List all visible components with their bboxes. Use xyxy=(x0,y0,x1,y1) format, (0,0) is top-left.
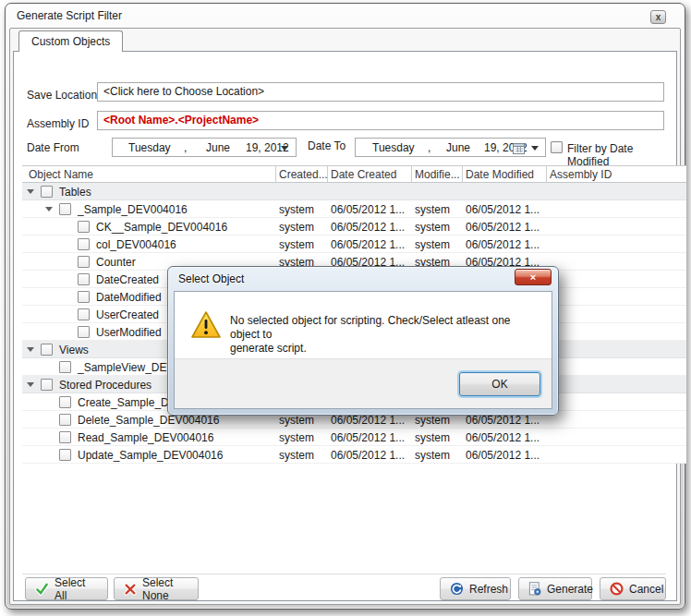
row-checkbox[interactable] xyxy=(78,273,90,285)
cancel-label: Cancel xyxy=(629,583,663,596)
row-checkbox[interactable] xyxy=(59,414,71,426)
table-cell: 06/05/2012 1... xyxy=(331,203,405,216)
object-name: Delete_Sample_DEV004016 xyxy=(78,414,219,427)
date-from-picker[interactable]: Tuesday , June 19, 2012 xyxy=(112,138,297,157)
date-to-dropdown-icon[interactable] xyxy=(531,146,539,151)
dialog-message: No selected object for scripting. Check/… xyxy=(230,314,539,356)
table-cell: system xyxy=(279,221,314,234)
table-cell: 06/05/2012 1... xyxy=(331,414,405,427)
assembly-id-label: Assembly ID xyxy=(27,117,89,130)
column-assembly-id[interactable]: Assembly ID xyxy=(550,168,612,181)
ok-button[interactable]: OK xyxy=(459,372,540,396)
refresh-label: Refresh xyxy=(469,583,508,596)
table-cell: 06/05/2012 1... xyxy=(331,449,405,462)
dialog-close-icon[interactable]: × xyxy=(515,269,552,285)
table-row[interactable]: Read_Sample_DEV004016system06/05/2012 1.… xyxy=(22,429,686,446)
refresh-button[interactable]: Refresh xyxy=(440,577,511,600)
tab-custom-objects[interactable]: Custom Objects xyxy=(18,30,123,52)
row-checkbox[interactable] xyxy=(59,449,71,461)
row-checkbox[interactable] xyxy=(41,379,53,391)
row-checkbox[interactable] xyxy=(59,396,71,408)
date-from-dropdown-icon[interactable] xyxy=(281,146,288,151)
row-checkbox[interactable] xyxy=(78,238,90,250)
row-checkbox[interactable] xyxy=(78,308,90,320)
dialog-body: No selected object for scripting. Check/… xyxy=(174,291,552,409)
expander-icon[interactable] xyxy=(27,189,34,194)
column-date-modified[interactable]: Date Modified xyxy=(466,168,534,181)
table-cell: system xyxy=(279,414,314,427)
object-name: UserCreated xyxy=(96,308,159,321)
column-object-name[interactable]: Object Name xyxy=(29,168,93,181)
save-location-label: Save Location xyxy=(27,89,97,102)
table-cell: 06/05/2012 1... xyxy=(331,431,405,444)
select-none-label: Select None xyxy=(142,576,188,602)
table-row[interactable]: Tables xyxy=(22,183,686,200)
row-checkbox[interactable] xyxy=(59,203,71,215)
row-checkbox[interactable] xyxy=(78,291,90,303)
date-from-day[interactable]: Tuesday xyxy=(128,141,171,154)
calendar-icon[interactable] xyxy=(513,142,525,154)
date-to-label: Date To xyxy=(308,139,346,152)
table-row[interactable]: Update_Sample_DEV004016system06/05/2012 … xyxy=(22,446,686,464)
table-cell: 06/05/2012 1... xyxy=(466,449,539,462)
date-from-month[interactable]: June xyxy=(206,141,230,154)
table-cell: 06/05/2012 1... xyxy=(466,431,539,444)
date-from-label: Date From xyxy=(27,141,79,154)
cancel-button[interactable]: Cancel xyxy=(600,577,666,600)
expander-icon[interactable] xyxy=(45,207,53,211)
assembly-id-input[interactable]: <Root Name>.<ProjectName> xyxy=(97,111,664,130)
row-checkbox[interactable] xyxy=(41,344,53,356)
table-cell: system xyxy=(415,414,450,427)
column-date-created[interactable]: Date Created xyxy=(331,168,396,181)
table-cell: system xyxy=(279,431,314,444)
screen: Generate Script Filter x Custom Objects … xyxy=(0,0,691,616)
table-cell: system xyxy=(279,203,314,216)
date-to-month[interactable]: June xyxy=(446,141,470,154)
dialog-title: Select Object xyxy=(178,272,244,285)
table-row[interactable]: CK__Sample_DEV004016system06/05/2012 1..… xyxy=(22,218,686,236)
table-cell: 06/05/2012 1... xyxy=(466,221,539,234)
date-to-picker[interactable]: Tuesday , June 19, 2012 xyxy=(355,138,546,157)
dialog-message-line2: generate script. xyxy=(230,342,539,356)
table-row[interactable]: col_DEV004016system06/05/2012 1...system… xyxy=(22,236,686,253)
table-cell: 06/05/2012 1... xyxy=(466,203,539,216)
table-row[interactable]: _Sample_DEV004016system06/05/2012 1...sy… xyxy=(22,200,686,218)
select-object-dialog: Select Object × No selected object for s… xyxy=(167,266,559,416)
column-created-by[interactable]: Created... xyxy=(279,168,328,181)
table-header: Object Name Created... Date Created Modi… xyxy=(22,166,686,183)
row-checkbox[interactable] xyxy=(59,431,71,443)
expander-icon[interactable] xyxy=(27,347,34,352)
row-checkbox[interactable] xyxy=(78,326,90,338)
x-icon xyxy=(124,583,137,596)
column-modified-by[interactable]: Modifie... xyxy=(415,168,460,181)
table-cell: system xyxy=(279,238,314,251)
select-all-label: Select All xyxy=(55,576,98,602)
object-name: Update_Sample_DEV004016 xyxy=(78,449,223,462)
row-checkbox[interactable] xyxy=(78,221,90,233)
date-to-day[interactable]: Tuesday xyxy=(372,141,415,154)
object-name: CK__Sample_DEV004016 xyxy=(96,221,227,234)
object-name: Tables xyxy=(59,186,91,199)
row-checkbox[interactable] xyxy=(41,186,53,198)
table-cell: system xyxy=(279,449,314,462)
table-cell: 06/05/2012 1... xyxy=(331,238,405,251)
expander-icon[interactable] xyxy=(27,382,34,387)
generate-button[interactable]: Generate xyxy=(518,577,592,600)
window-titlebar[interactable]: Generate Script Filter x xyxy=(6,4,685,28)
window-title: Generate Script Filter xyxy=(17,9,122,22)
select-none-button[interactable]: Select None xyxy=(114,577,199,600)
save-location-input[interactable]: <Click here to Choose Location> xyxy=(97,82,664,102)
cancel-icon xyxy=(610,582,624,596)
dialog-footer: OK xyxy=(175,358,552,408)
generate-label: Generate xyxy=(547,583,593,596)
row-checkbox[interactable] xyxy=(78,256,90,268)
filter-by-date-modified-label: Filter by Date Modified xyxy=(567,142,676,168)
window-close-icon[interactable]: x xyxy=(650,10,666,24)
table-cell: system xyxy=(415,431,450,444)
row-checkbox[interactable] xyxy=(59,361,71,373)
table-cell: system xyxy=(415,221,450,234)
date-to-separator: , xyxy=(428,141,430,154)
select-all-button[interactable]: Select All xyxy=(25,577,108,600)
filter-by-date-modified-checkbox[interactable] xyxy=(551,141,563,153)
date-from-separator: , xyxy=(184,141,187,154)
